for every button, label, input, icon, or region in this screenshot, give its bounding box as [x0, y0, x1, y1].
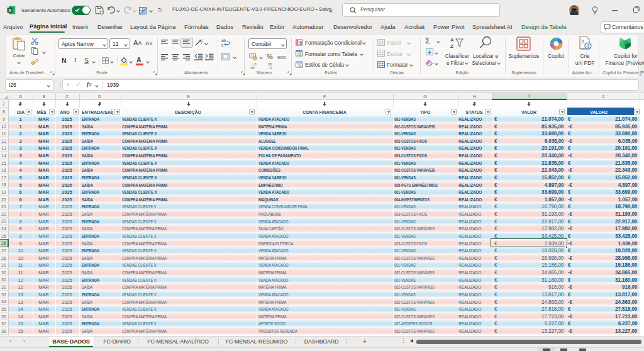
svg-text:A: A	[450, 37, 454, 43]
svg-text:X: X	[8, 8, 11, 13]
svg-text:→0: →0	[267, 66, 272, 70]
svg-text:.00: .00	[250, 66, 255, 70]
svg-text:A: A	[581, 39, 585, 45]
svg-text:Z: Z	[450, 43, 453, 48]
svg-text:c: c	[221, 43, 224, 47]
